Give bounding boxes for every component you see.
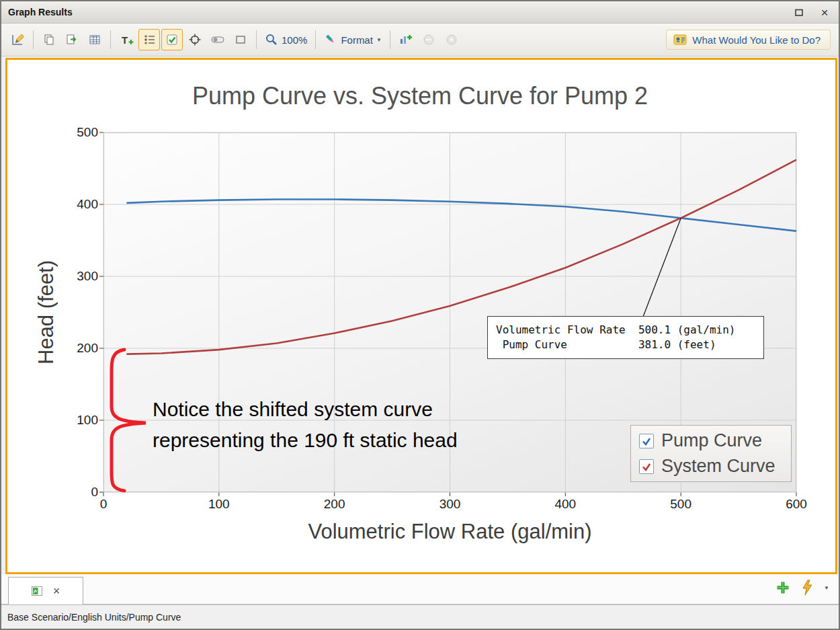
toolbar-separator [110,30,111,49]
title-bar: Graph Results × [1,1,839,24]
format-dropdown-arrow-icon: ▼ [376,37,382,43]
toolbar: T 100% Format ▼ [1,24,839,56]
x-axis-title: Volumetric Flow Rate (gal/min) [103,520,796,544]
export-icon [65,33,79,46]
graph-results-window: Graph Results × T [0,0,840,630]
legend-label: System Curve [661,456,775,477]
format-button[interactable]: Format ▼ [321,29,384,50]
chart-title: Pump Curve vs. System Curve for Pump 2 [1,82,839,110]
rectangle-select-button[interactable] [230,29,251,50]
edit-graph-icon [11,33,24,46]
annotation-note-line1: Notice the shifted system curve [153,394,458,425]
crosshair-callout-box: Volumetric Flow Rate 500.1 (gal/min) Pum… [487,316,764,359]
toolbar-separator [315,30,316,49]
callout-line2: Pump Curve 381.0 (feet) [496,338,755,352]
quick-graph-lightning-icon[interactable] [801,580,813,596]
x-tick-label: 400 [554,497,576,512]
disabled-tool-button-2 [441,29,462,50]
pump-curve-checkbox[interactable] [639,434,654,448]
y-tick-label: 300 [77,269,98,284]
assistant-icon [673,34,687,46]
graph-tab[interactable]: × [8,577,83,604]
x-tick-label: 500 [670,497,691,512]
add-graph-icon [398,33,413,46]
rectangle-icon [234,33,247,46]
toolbar-separator [390,30,390,49]
toggle-pill-icon [210,33,225,46]
edit-graph-button[interactable] [7,29,28,50]
y-tick-label: 200 [77,341,98,356]
x-tick-label: 100 [208,497,230,512]
disabled-circle-icon [445,33,458,46]
copy-button[interactable] [38,29,60,50]
x-tick-label: 600 [786,497,807,512]
x-tick-label: 200 [324,497,345,512]
toolbar-separator [33,30,34,49]
add-graph-button[interactable] [395,29,417,50]
status-text: Base Scenario/English Units/Pump Curve [7,612,181,623]
y-axis-tick-labels: 0100200300400500 [65,132,98,492]
annotation-note-line2: representing the 190 ft static head [153,425,458,456]
copy-icon [42,33,56,46]
system-curve-checkbox[interactable] [639,459,654,474]
series-list-button[interactable] [138,29,160,50]
annotation-note: Notice the shifted system curve represen… [153,394,458,456]
graph-tab-strip: × ▼ [1,574,839,604]
restore-window-icon[interactable] [792,5,806,19]
series-list-icon [142,33,156,46]
svg-text:T: T [122,34,128,46]
assistant-help-button[interactable]: What Would You Like to Do? [666,30,831,50]
graph-tab-icon [32,586,42,596]
zoom-level-label: 100% [282,34,307,46]
window-title: Graph Results [8,7,73,17]
toolbar-separator [256,30,257,49]
y-tick-label: 400 [77,197,98,212]
add-text-button[interactable]: T [116,29,137,50]
x-tick-label: 300 [439,497,461,512]
format-label: Format [341,34,373,46]
y-tick-label: 100 [77,413,98,428]
legend-label: Pump Curve [661,430,762,451]
show-series-checkbox-button[interactable] [161,29,183,50]
status-bar: Base Scenario/English Units/Pump Curve [1,604,839,629]
x-tick-label: 0 [100,497,108,512]
crosshair-button[interactable] [184,29,206,50]
y-tick-label: 0 [91,485,98,500]
y-axis-title: Head (feet) [32,132,60,492]
add-text-icon: T [120,33,134,46]
new-graph-plus-icon[interactable] [775,580,790,595]
check-icon [641,461,652,472]
legend-item-pump-curve: Pump Curve [639,430,783,451]
close-window-icon[interactable]: × [817,5,832,19]
crosshair-icon [188,33,202,46]
tab-close-icon[interactable]: × [53,585,60,597]
zoom-control[interactable]: 100% [261,29,310,50]
y-tick-label: 500 [77,125,98,140]
restore-icon [794,8,804,17]
lightning-dropdown-arrow-icon[interactable]: ▼ [824,585,829,591]
export-button[interactable] [61,29,83,50]
disabled-circle-icon [422,33,435,46]
format-brush-icon [324,33,337,46]
help-prompt-label: What Would You Like to Do? [692,34,821,46]
slider-button[interactable] [207,29,228,50]
check-icon [641,436,652,446]
zoom-magnifier-icon [265,33,278,46]
table-icon [88,33,101,46]
legend: Pump Curve System Curve [630,425,792,482]
show-table-button[interactable] [84,29,106,50]
legend-item-system-curve: System Curve [639,456,783,477]
callout-line1: Volumetric Flow Rate 500.1 (gal/min) [496,323,755,338]
checked-box-icon [165,33,179,46]
disabled-tool-button-1 [418,29,439,50]
x-axis-tick-labels: 0100200300400500600 [103,497,796,513]
